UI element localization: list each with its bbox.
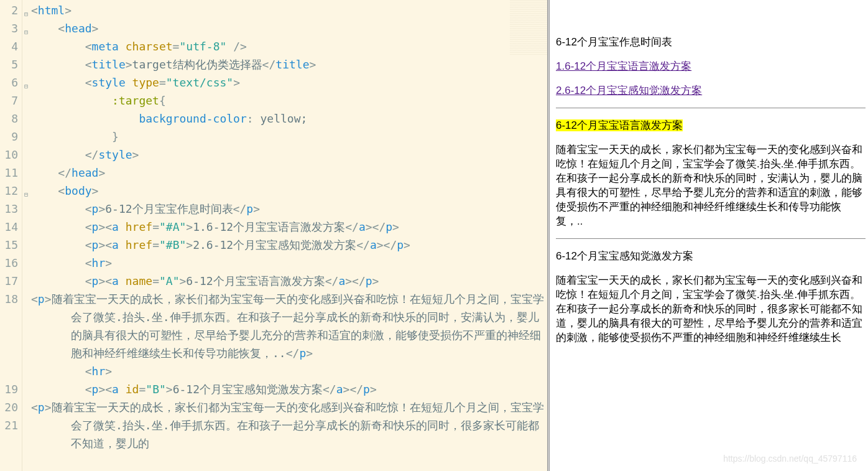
code-line[interactable]: :target{ <box>31 91 547 110</box>
code-line[interactable]: <p><a name="A">6-12个月宝宝语言激发方案</a></p> <box>31 272 547 290</box>
line-number: 16 <box>0 254 22 272</box>
divider-icon <box>556 238 866 239</box>
code-line[interactable]: <body> <box>31 182 547 200</box>
code-line[interactable]: background-color: yellow; <box>31 110 547 128</box>
browser-preview-pane[interactable]: 6-12个月宝宝作息时间表 1.6-12个月宝宝语言激发方案 2.6-12个月宝… <box>550 0 868 471</box>
code-line[interactable]: <html> <box>31 1 547 19</box>
line-number: 4 <box>0 37 22 55</box>
code-editor-pane[interactable]: 2⊟ 3⊟ 4 5 6⊟ 7 8 9 10 11 12⊟ 13 14 15 16… <box>0 0 547 471</box>
fold-icon[interactable]: ⊟ <box>22 5 28 11</box>
code-area[interactable]: <html> <head> <meta charset="utf-8" /> <… <box>22 0 547 471</box>
line-number: 2⊟ <box>0 1 22 19</box>
code-line[interactable]: </head> <box>31 164 547 182</box>
code-line[interactable]: <p><a href="#A">1.6-12个月宝宝语言激发方案</a></p> <box>31 218 547 236</box>
line-number: 18 <box>0 290 22 380</box>
code-line[interactable]: <hr> <box>31 362 547 380</box>
line-number: 7 <box>0 91 22 110</box>
fold-icon[interactable]: ⊟ <box>22 23 28 29</box>
fold-icon[interactable]: ⊟ <box>22 185 28 192</box>
code-line[interactable]: } <box>31 128 547 146</box>
line-number: 11 <box>0 164 22 182</box>
line-number: 14 <box>0 218 22 236</box>
code-line[interactable]: <p><a id="B">6-12个月宝宝感知觉激发方案</a></p> <box>31 380 547 398</box>
preview-paragraph: 随着宝宝一天天的成长，家长们都为宝宝每一天的变化感到兴奋和吃惊！在短短几个月之间… <box>556 142 866 228</box>
line-number: 10 <box>0 146 22 164</box>
code-line[interactable]: </style> <box>31 146 547 164</box>
line-number: 3⊟ <box>0 19 22 37</box>
code-line[interactable]: <p>6-12个月宝宝作息时间表</p> <box>31 200 547 218</box>
line-number: 13 <box>0 200 22 218</box>
line-gutter: 2⊟ 3⊟ 4 5 6⊟ 7 8 9 10 11 12⊟ 13 14 15 16… <box>0 0 22 471</box>
code-line[interactable]: <style type="text/css"> <box>31 73 547 91</box>
code-line[interactable]: <p>随着宝宝一天天的成长，家长们都为宝宝每一天的变化感到兴奋和吃惊！在短短几个… <box>31 398 547 452</box>
preview-link-a[interactable]: 1.6-12个月宝宝语言激发方案 <box>556 60 691 72</box>
minimap[interactable] <box>510 0 547 56</box>
line-number: 21 <box>0 416 22 434</box>
line-number: 17 <box>0 272 22 290</box>
line-number: 8 <box>0 110 22 128</box>
fold-icon[interactable]: ⊟ <box>22 77 28 83</box>
preview-paragraph: 随着宝宝一天天的成长，家长们都为宝宝每一天的变化感到兴奋和吃惊！在短短几个月之间… <box>556 273 866 345</box>
app-root: 2⊟ 3⊟ 4 5 6⊟ 7 8 9 10 11 12⊟ 13 14 15 16… <box>0 0 868 471</box>
preview-anchor-b: 6-12个月宝宝感知觉激发方案 <box>556 249 866 263</box>
code-line[interactable]: <p><a href="#B">2.6-12个月宝宝感知觉激发方案</a></p… <box>31 236 547 254</box>
line-number: 20 <box>0 398 22 416</box>
line-number: 19 <box>0 380 22 398</box>
watermark-text: https://blog.csdn.net/qq_45797116 <box>723 454 857 464</box>
preview-text: 6-12个月宝宝作息时间表 <box>556 35 866 49</box>
preview-link-b[interactable]: 2.6-12个月宝宝感知觉激发方案 <box>556 85 702 96</box>
code-line[interactable]: <p>随着宝宝一天天的成长，家长们都为宝宝每一天的变化感到兴奋和吃惊！在短短几个… <box>31 290 547 362</box>
target-highlight: 6-12个月宝宝语言激发方案 <box>556 119 683 131</box>
code-line[interactable]: <meta charset="utf-8" /> <box>31 37 547 55</box>
code-line[interactable]: <title>target结构化伪类选择器</title> <box>31 55 547 73</box>
line-number: 12⊟ <box>0 182 22 200</box>
code-line[interactable]: <head> <box>31 19 547 37</box>
divider-icon <box>556 108 866 108</box>
line-number: 9 <box>0 128 22 146</box>
line-number: 6⊟ <box>0 73 22 91</box>
code-line[interactable]: <hr> <box>31 254 547 272</box>
line-number: 15 <box>0 236 22 254</box>
line-number: 5 <box>0 55 22 73</box>
